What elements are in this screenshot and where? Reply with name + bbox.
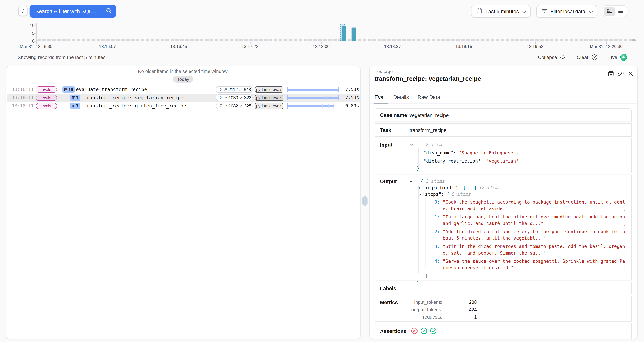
duration-text: 7.53s (345, 95, 359, 100)
collapse-label: Collapse (538, 54, 557, 60)
date-pill[interactable]: Today (173, 76, 194, 82)
filter-label: Filter local data (550, 8, 585, 14)
section-input: Input {2 items "dish_name": "Spaghetti B… (374, 138, 632, 174)
chevron-right-icon[interactable] (418, 185, 422, 191)
x-tick-label: 13:16:07 (99, 44, 116, 49)
expand-square-icon: ⊞ (72, 96, 75, 100)
span-count-toggle[interactable]: ⊞7 (70, 95, 80, 101)
histogram-bar[interactable] (342, 26, 346, 41)
x-tick-label: 13:17:22 (242, 44, 258, 49)
assertions-label: Assertions (380, 328, 406, 334)
list-view-button[interactable] (615, 6, 626, 16)
arrow-in-icon: ↗ (224, 95, 227, 100)
metric-row: input_tokens:208 (410, 298, 477, 306)
output-json-tree: {2 items "ingredients": [...]12 items "s… (410, 178, 627, 287)
x-tick-label: 13:19:15 (455, 44, 472, 49)
trace-row[interactable]: 13:18:11 evals ⊞7 transform_recipe: glut… (6, 102, 360, 110)
collapse-button[interactable]: Collapse (538, 54, 566, 60)
clear-circle-x-icon (592, 54, 598, 60)
span-count-toggle[interactable]: ⊟16 (62, 86, 75, 93)
token-usage-badge[interactable]: Σ ↗1082 ↙325 (216, 102, 252, 109)
time-range-dropdown[interactable]: Last 5 minutes (471, 5, 531, 18)
trace-list-panel: No older items in the selected time wind… (6, 66, 360, 339)
labels-label: Labels (380, 286, 396, 292)
tokens-out: 323 (244, 95, 252, 100)
chevron-down-icon[interactable] (410, 142, 414, 148)
chevron-down-icon[interactable] (418, 191, 422, 198)
chevron-down-icon (588, 8, 593, 13)
span-count-toggle[interactable]: ⊞7 (70, 103, 80, 109)
record-kind-label: message (374, 69, 393, 74)
view-mode-toggle (603, 6, 627, 17)
expand-square-icon: ⊞ (72, 104, 75, 108)
tree-view-button[interactable] (604, 6, 615, 16)
trace-row-selected[interactable]: 13:18:11 evals ⊞7 transform_recipe: vege… (6, 94, 360, 102)
token-usage-badge[interactable]: Σ ↗1030 ↙323 (216, 94, 252, 101)
live-status-icon (620, 54, 627, 61)
copy-link-icon[interactable] (618, 70, 624, 77)
search-input[interactable]: Search & filter with SQL... (30, 5, 116, 18)
row-timestamp: 13:18:11 (12, 87, 34, 92)
tree-connector (65, 92, 65, 106)
archive-box-icon[interactable] (608, 70, 614, 77)
tag-badge-evals[interactable]: evals (36, 95, 57, 101)
chevron-down-icon[interactable] (410, 178, 414, 185)
empty-window-notice: No older items in the selected time wind… (6, 69, 360, 74)
token-usage-badge[interactable]: Σ ↗2112 ↙648 (216, 86, 252, 93)
case-name-label: Case name (380, 112, 407, 118)
tab-eval[interactable]: Eval (374, 92, 384, 103)
detail-panel: message transform_recipe: vegetarian_rec… (369, 66, 638, 339)
filter-local-data-dropdown[interactable]: Filter local data (536, 5, 597, 18)
y-tick-label: 5 (18, 31, 34, 36)
section-case-name: Case name vegetarian_recipe (374, 108, 632, 122)
assertion-pass-icon[interactable] (430, 328, 436, 334)
tokens-in: 1082 (228, 104, 238, 108)
case-name-value: vegetarian_recipe (410, 112, 448, 118)
arrow-in-icon: ↗ (224, 104, 227, 108)
search-icon (106, 8, 112, 15)
scope-badge[interactable]: pydantic-evals (255, 103, 284, 109)
output-label: Output (380, 179, 397, 184)
step-item: 3:"Stir in the diced tomatoes and tomato… (431, 244, 627, 256)
row-timestamp: 13:18:11 (12, 95, 34, 100)
logfire-live-view: / Search & filter with SQL... Last 5 min… (0, 0, 644, 342)
step-item: 4:"Serve the sauce over the cooked spagh… (431, 258, 627, 271)
span-name: evaluate transform_recipe (76, 87, 147, 92)
tab-details[interactable]: Details (393, 92, 409, 103)
tag-badge-evals[interactable]: evals (36, 103, 57, 109)
input-json-tree: {2 items "dish_name": "Spaghetti Bologne… (410, 142, 627, 172)
y-tick-label: 0 (18, 38, 34, 43)
span-name: transform_recipe: gluten_free_recipe (84, 103, 186, 109)
span-name: transform_recipe: vegetarian_recipe (84, 95, 183, 100)
empty-buckets-dashes (38, 39, 632, 41)
close-icon[interactable] (628, 71, 634, 76)
arrow-out-icon: ↙ (239, 95, 243, 100)
scope-badge[interactable]: pydantic-evals (255, 95, 284, 101)
showing-records-text: Showing records from the last 5 minutes (18, 54, 106, 60)
live-toggle[interactable]: Live (608, 54, 627, 61)
tab-raw-data[interactable]: Raw Data (418, 92, 440, 103)
slash-key-label: / (22, 8, 24, 14)
y-axis-line (36, 23, 36, 44)
current-time-dash (632, 39, 636, 41)
step-item: 1:"In a large pan, heat the olive oil ov… (431, 214, 627, 226)
records-histogram[interactable]: 10 5 0 Mar 31. 13:15:30 13:16:07 13:16:4… (0, 22, 644, 51)
clear-button[interactable]: Clear (577, 54, 598, 60)
duration-bar (286, 87, 339, 92)
duration-bar (286, 95, 339, 100)
calendar-icon (476, 8, 482, 15)
task-label: Task (380, 127, 391, 133)
assertion-fail-icon[interactable] (411, 328, 418, 334)
y-tick-label: 10 (18, 23, 34, 28)
scope-badge[interactable]: pydantic-evals (255, 86, 284, 93)
assertion-pass-icon[interactable] (420, 328, 427, 334)
filter-icon (542, 8, 547, 14)
input-label: Input (380, 142, 392, 148)
arrow-out-icon: ↙ (239, 87, 242, 92)
trace-row[interactable]: 13:18:11 evals ⊟16 evaluate transform_re… (6, 86, 360, 94)
panel-resize-handle[interactable] (362, 196, 368, 206)
tag-badge-evals[interactable]: evals (36, 86, 57, 93)
histogram-bar[interactable] (352, 28, 356, 41)
time-range-label: Last 5 minutes (486, 8, 519, 14)
metrics-label: Metrics (380, 300, 398, 306)
